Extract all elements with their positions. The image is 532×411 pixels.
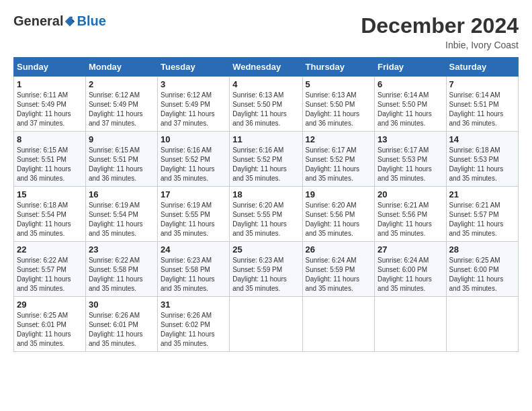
day-number: 14 — [449, 134, 515, 144]
day-number: 22 — [17, 244, 83, 255]
day-number: 23 — [89, 244, 154, 255]
calendar-cell: 11Sunrise: 6:16 AMSunset: 5:52 PMDayligh… — [230, 132, 302, 187]
calendar-cell: 19Sunrise: 6:20 AMSunset: 5:56 PMDayligh… — [302, 187, 375, 242]
day-info: Sunrise: 6:14 AMSunset: 5:50 PMDaylight:… — [378, 91, 443, 128]
page-header: General Blue December 2024 Inbie, Ivory … — [13, 13, 519, 50]
logo: General Blue — [13, 13, 106, 29]
day-number: 2 — [89, 79, 154, 89]
calendar-cell — [375, 297, 446, 352]
logo-general: General — [13, 13, 63, 29]
day-header-friday: Friday — [375, 58, 446, 77]
day-number: 8 — [17, 134, 83, 144]
day-number: 9 — [89, 134, 154, 144]
calendar-cell: 17Sunrise: 6:19 AMSunset: 5:55 PMDayligh… — [157, 187, 229, 242]
day-header-monday: Monday — [85, 58, 157, 77]
day-header-sunday: Sunday — [14, 58, 86, 77]
calendar-cell: 5Sunrise: 6:13 AMSunset: 5:50 PMDaylight… — [302, 77, 375, 132]
day-info: Sunrise: 6:21 AMSunset: 5:57 PMDaylight:… — [449, 201, 515, 238]
calendar-cell: 22Sunrise: 6:22 AMSunset: 5:57 PMDayligh… — [14, 242, 86, 297]
day-info: Sunrise: 6:26 AMSunset: 6:02 PMDaylight:… — [161, 311, 226, 349]
day-info: Sunrise: 6:23 AMSunset: 5:58 PMDaylight:… — [161, 256, 226, 293]
day-number: 5 — [306, 79, 372, 89]
day-info: Sunrise: 6:20 AMSunset: 5:56 PMDaylight:… — [306, 201, 372, 238]
day-info: Sunrise: 6:20 AMSunset: 5:55 PMDaylight:… — [232, 201, 299, 238]
location: Inbie, Ivory Coast — [361, 40, 519, 50]
logo-blue: Blue — [77, 13, 105, 29]
day-info: Sunrise: 6:17 AMSunset: 5:52 PMDaylight:… — [306, 146, 372, 183]
calendar-cell — [302, 297, 375, 352]
day-info: Sunrise: 6:24 AMSunset: 5:59 PMDaylight:… — [306, 256, 372, 293]
day-number: 17 — [161, 189, 226, 199]
calendar-cell: 20Sunrise: 6:21 AMSunset: 5:56 PMDayligh… — [375, 187, 446, 242]
calendar-cell: 3Sunrise: 6:12 AMSunset: 5:49 PMDaylight… — [157, 77, 229, 132]
day-header-thursday: Thursday — [302, 58, 375, 77]
calendar-cell — [230, 297, 302, 352]
calendar-cell: 7Sunrise: 6:14 AMSunset: 5:51 PMDaylight… — [446, 77, 518, 132]
calendar-header-row: SundayMondayTuesdayWednesdayThursdayFrid… — [14, 58, 519, 77]
day-info: Sunrise: 6:15 AMSunset: 5:51 PMDaylight:… — [89, 146, 154, 183]
day-info: Sunrise: 6:12 AMSunset: 5:49 PMDaylight:… — [161, 91, 226, 128]
calendar-cell: 15Sunrise: 6:18 AMSunset: 5:54 PMDayligh… — [14, 187, 86, 242]
calendar-week-2: 8Sunrise: 6:15 AMSunset: 5:51 PMDaylight… — [14, 132, 519, 187]
day-number: 31 — [161, 300, 226, 310]
day-info: Sunrise: 6:24 AMSunset: 6:00 PMDaylight:… — [378, 256, 443, 293]
calendar-week-3: 15Sunrise: 6:18 AMSunset: 5:54 PMDayligh… — [14, 187, 519, 242]
day-info: Sunrise: 6:19 AMSunset: 5:55 PMDaylight:… — [161, 201, 226, 238]
day-header-tuesday: Tuesday — [157, 58, 229, 77]
day-info: Sunrise: 6:16 AMSunset: 5:52 PMDaylight:… — [232, 146, 299, 183]
day-number: 10 — [161, 134, 226, 144]
calendar-cell: 29Sunrise: 6:25 AMSunset: 6:01 PMDayligh… — [14, 297, 86, 352]
calendar-cell: 16Sunrise: 6:19 AMSunset: 5:54 PMDayligh… — [85, 187, 157, 242]
day-number: 24 — [161, 244, 226, 255]
day-number: 1 — [17, 79, 83, 89]
calendar-cell — [446, 297, 518, 352]
logo-icon — [64, 15, 76, 28]
day-info: Sunrise: 6:25 AMSunset: 6:01 PMDaylight:… — [17, 311, 83, 349]
day-number: 30 — [89, 300, 154, 310]
calendar-cell: 13Sunrise: 6:17 AMSunset: 5:53 PMDayligh… — [375, 132, 446, 187]
calendar-cell: 12Sunrise: 6:17 AMSunset: 5:52 PMDayligh… — [302, 132, 375, 187]
calendar-cell: 6Sunrise: 6:14 AMSunset: 5:50 PMDaylight… — [375, 77, 446, 132]
day-info: Sunrise: 6:13 AMSunset: 5:50 PMDaylight:… — [306, 91, 372, 128]
calendar-cell: 18Sunrise: 6:20 AMSunset: 5:55 PMDayligh… — [230, 187, 302, 242]
calendar-cell: 23Sunrise: 6:22 AMSunset: 5:58 PMDayligh… — [85, 242, 157, 297]
day-header-saturday: Saturday — [446, 58, 518, 77]
calendar-cell: 26Sunrise: 6:24 AMSunset: 5:59 PMDayligh… — [302, 242, 375, 297]
day-number: 13 — [378, 134, 443, 144]
calendar-week-5: 29Sunrise: 6:25 AMSunset: 6:01 PMDayligh… — [14, 297, 519, 352]
day-number: 12 — [306, 134, 372, 144]
day-number: 20 — [378, 189, 443, 199]
calendar-cell: 28Sunrise: 6:25 AMSunset: 6:00 PMDayligh… — [446, 242, 518, 297]
day-info: Sunrise: 6:23 AMSunset: 5:59 PMDaylight:… — [232, 256, 299, 293]
calendar-table: SundayMondayTuesdayWednesdayThursdayFrid… — [13, 57, 519, 352]
day-number: 3 — [161, 79, 226, 89]
day-info: Sunrise: 6:25 AMSunset: 6:00 PMDaylight:… — [449, 256, 515, 293]
day-info: Sunrise: 6:12 AMSunset: 5:49 PMDaylight:… — [89, 91, 154, 128]
calendar-cell: 10Sunrise: 6:16 AMSunset: 5:52 PMDayligh… — [157, 132, 229, 187]
day-number: 21 — [449, 189, 515, 199]
day-info: Sunrise: 6:15 AMSunset: 5:51 PMDaylight:… — [17, 146, 83, 183]
calendar-cell: 21Sunrise: 6:21 AMSunset: 5:57 PMDayligh… — [446, 187, 518, 242]
day-number: 25 — [232, 244, 299, 255]
calendar-cell: 30Sunrise: 6:26 AMSunset: 6:01 PMDayligh… — [85, 297, 157, 352]
calendar-week-1: 1Sunrise: 6:11 AMSunset: 5:49 PMDaylight… — [14, 77, 519, 132]
day-number: 4 — [232, 79, 299, 89]
day-number: 7 — [449, 79, 515, 89]
day-number: 29 — [17, 300, 83, 310]
day-info: Sunrise: 6:21 AMSunset: 5:56 PMDaylight:… — [378, 201, 443, 238]
calendar-cell: 8Sunrise: 6:15 AMSunset: 5:51 PMDaylight… — [14, 132, 86, 187]
day-info: Sunrise: 6:22 AMSunset: 5:58 PMDaylight:… — [89, 256, 154, 293]
day-number: 11 — [232, 134, 299, 144]
calendar-cell: 9Sunrise: 6:15 AMSunset: 5:51 PMDaylight… — [85, 132, 157, 187]
day-number: 18 — [232, 189, 299, 199]
calendar-cell: 1Sunrise: 6:11 AMSunset: 5:49 PMDaylight… — [14, 77, 86, 132]
calendar-cell: 2Sunrise: 6:12 AMSunset: 5:49 PMDaylight… — [85, 77, 157, 132]
day-number: 16 — [89, 189, 154, 199]
day-info: Sunrise: 6:16 AMSunset: 5:52 PMDaylight:… — [161, 146, 226, 183]
day-info: Sunrise: 6:18 AMSunset: 5:54 PMDaylight:… — [17, 201, 83, 238]
title-block: December 2024 Inbie, Ivory Coast — [361, 13, 519, 50]
day-number: 27 — [378, 244, 443, 255]
day-header-wednesday: Wednesday — [230, 58, 302, 77]
day-info: Sunrise: 6:13 AMSunset: 5:50 PMDaylight:… — [232, 91, 299, 128]
day-number: 28 — [449, 244, 515, 255]
